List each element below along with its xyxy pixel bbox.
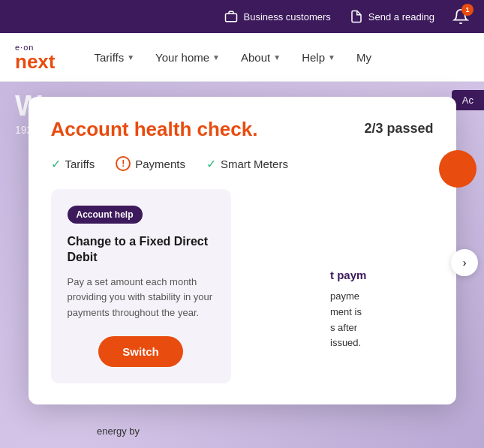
check-items-row: ✓ Tariffs ! Payments ✓ Smart Meters (51, 156, 434, 171)
account-help-tag: Account help (68, 206, 143, 224)
notification-count: 1 (461, 4, 473, 16)
meter-icon (349, 9, 364, 24)
check-item-tariffs: ✓ Tariffs (51, 157, 95, 171)
payment-body-1: payme (330, 289, 473, 305)
payment-body-4: issued. (330, 335, 473, 351)
check-item-smart-meters: ✓ Smart Meters (206, 157, 288, 171)
nav-bar: e·on next Tariffs ▼ Your home ▼ About ▼ … (0, 33, 484, 82)
notification-bell[interactable]: 1 (452, 8, 469, 25)
bottom-energy-text: energy by (97, 425, 140, 437)
nav-item-help[interactable]: Help ▼ (293, 45, 344, 70)
payment-heading: t paym (330, 266, 473, 284)
info-card: Account help Change to a Fixed Direct De… (51, 189, 231, 383)
nav-item-about[interactable]: About ▼ (232, 45, 290, 70)
switch-button[interactable]: Switch (98, 336, 182, 367)
checkmark-icon: ✓ (206, 157, 216, 171)
send-reading-link[interactable]: Send a reading (349, 9, 434, 24)
chevron-down-icon: ▼ (212, 53, 220, 62)
card-body: Pay a set amount each month providing yo… (68, 275, 215, 321)
payment-sidebar-text: t paym payme ment is s after issued. (319, 266, 484, 351)
business-icon (224, 9, 239, 24)
logo[interactable]: e·on next (15, 43, 55, 71)
nav-item-my[interactable]: My (347, 45, 380, 70)
chevron-down-icon: ▼ (127, 53, 134, 62)
modal-score: 2/3 passed (364, 121, 433, 137)
utility-bar: Business customers Send a reading 1 (0, 0, 484, 33)
payment-body-3: s after (330, 320, 473, 336)
warning-icon: ! (116, 156, 131, 171)
logo-next: next (15, 52, 55, 71)
chevron-down-icon: ▼ (328, 53, 335, 62)
business-customers-link[interactable]: Business customers (224, 9, 330, 24)
checkmark-icon: ✓ (51, 157, 61, 171)
nav-items: Tariffs ▼ Your home ▼ About ▼ Help ▼ My (85, 45, 469, 70)
svg-rect-0 (226, 14, 237, 22)
modal-title: Account health check. (51, 118, 258, 141)
check-item-payments: ! Payments (116, 156, 185, 171)
nav-item-tariffs[interactable]: Tariffs ▼ (85, 45, 143, 70)
modal-header: Account health check. 2/3 passed (51, 118, 434, 141)
health-check-modal: Account health check. 2/3 passed ✓ Tarif… (29, 97, 456, 404)
chevron-down-icon: ▼ (273, 53, 281, 62)
nav-item-your-home[interactable]: Your home ▼ (146, 45, 229, 70)
modal-overlay: Account health check. 2/3 passed ✓ Tarif… (0, 82, 484, 448)
orange-circle-decoration (439, 150, 476, 188)
card-heading: Change to a Fixed Direct Debit (68, 234, 215, 266)
payment-body-2: ment is (330, 305, 473, 320)
